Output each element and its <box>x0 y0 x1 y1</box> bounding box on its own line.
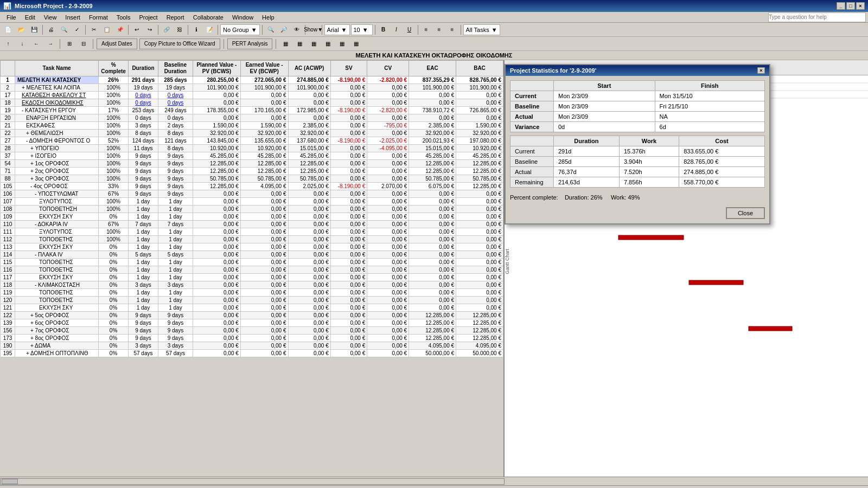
minimize-button[interactable]: _ <box>837 2 845 10</box>
tb2-chart1[interactable]: ▦ <box>279 38 291 50</box>
table-row[interactable]: 54 + 1ος ΟΡΟΦΟΣ 100% 9 days 9 days 12.28… <box>1 160 503 168</box>
link-btn[interactable]: 🔗 <box>161 24 173 36</box>
table-row[interactable]: 108 ΤΟΠΟΘΕΤΗΣΗ 100% 1 day 1 day 0,00 € 0… <box>1 206 503 213</box>
tb2-chart3[interactable]: ▦ <box>308 38 320 50</box>
table-row[interactable]: 20 ΕΝΑΡΞΗ ΕΡΓΑΣΙΩΝ 100% 0 days 0 days 0,… <box>1 114 503 122</box>
table-row[interactable]: 156 + 7ος ΟΡΟΦΟΣ 0% 9 days 9 days 0,00 €… <box>1 327 503 335</box>
menu-report[interactable]: Report <box>162 13 189 22</box>
table-row[interactable]: 21 ΕΚΣΚΑΦΕΣ 100% 3 days 2 days 1.590,00 … <box>1 122 503 130</box>
tb2-chart5[interactable]: ▦ <box>336 38 348 50</box>
task-info-btn[interactable]: ℹ <box>190 24 202 36</box>
font-size-dropdown[interactable]: 10▼ <box>351 24 373 35</box>
table-row[interactable]: 118 - ΚΛΙΜΑΚΟΣΤΑΣΗ 0% 3 days 3 days 0,00… <box>1 281 503 289</box>
menu-file[interactable]: File <box>2 13 21 22</box>
table-row[interactable]: 120 ΤΟΠΟΘΕΤΗΣ 0% 1 day 1 day 0,00 € 0,00… <box>1 297 503 304</box>
table-row[interactable]: 27 - ΔΟΜΗΣΗ ΦΕΡΟΝΤΟΣ Ο 52% 124 days 121 … <box>1 137 503 145</box>
table-row[interactable]: 1 ΜΕΛΕΤΗ ΚΑΙ ΚΑΤΑΣΚΕΥ 26% 291 days 285 d… <box>1 76 503 84</box>
dialog-close-button[interactable]: Close <box>726 207 765 219</box>
undo-btn[interactable]: ↩ <box>131 24 143 36</box>
table-row[interactable]: 139 + 6ος ΟΡΟΦΟΣ 0% 9 days 9 days 0,00 €… <box>1 319 503 327</box>
preview-btn[interactable]: 🔍 <box>58 24 70 36</box>
table-row[interactable]: 105 - 4ος ΟΡΟΦΟΣ 33% 9 days 9 days 12.28… <box>1 183 503 190</box>
zoom-in-btn[interactable]: 🔍 <box>265 24 277 36</box>
table-row[interactable]: 28 + ΥΠΟΓΕΙΟ 100% 11 days 8 days 10.920,… <box>1 145 503 152</box>
h-scrollbar-thumb[interactable] <box>2 479 18 484</box>
table-row[interactable]: 116 ΤΟΠΟΘΕΤΗΣ 0% 1 day 1 day 0,00 € 0,00… <box>1 266 503 274</box>
new-btn[interactable]: 📄 <box>2 24 14 36</box>
tb2-chart6[interactable]: ▦ <box>350 38 362 50</box>
font-name-dropdown[interactable]: Arial▼ <box>324 24 350 35</box>
tb2-btn5[interactable]: ⊞ <box>63 38 75 50</box>
tb2-chart4[interactable]: ▦ <box>322 38 334 50</box>
table-row[interactable]: 190 + ΔΩΜΑ 0% 3 days 3 days 0,00 € 0,00 … <box>1 342 503 350</box>
tb2-btn1[interactable]: ↑ <box>2 38 14 50</box>
h-scrollbar[interactable] <box>0 478 505 485</box>
table-row[interactable]: 88 + 3ος ΟΡΟΦΟΣ 100% 9 days 9 days 50.78… <box>1 175 503 183</box>
table-row[interactable]: 113 ΕΚΧΥΣΗ ΣΚΥ 0% 1 day 1 day 0,00 € 0,0… <box>1 243 503 251</box>
table-row[interactable]: 107 ΞΥΛΟΤΥΠΟΣ 100% 1 day 1 day 0,00 € 0,… <box>1 198 503 206</box>
table-row[interactable]: 109 ΕΚΧΥΣΗ ΣΚΥ 0% 1 day 1 day 0,00 € 0,0… <box>1 213 503 221</box>
pert-analysis-btn[interactable]: PERT Analysis <box>227 38 273 49</box>
menu-project[interactable]: Project <box>135 13 162 22</box>
table-row[interactable]: 112 ΤΟΠΟΘΕΤΗΣ 100% 1 day 1 day 0,00 € 0,… <box>1 236 503 243</box>
table-row[interactable]: 2 + ΜΕΛΕΤΕΣ ΚΑΙ ΛΟΙΠΑ 100% 19 days 19 da… <box>1 84 503 92</box>
table-row[interactable]: 121 ΕΚΧΥΣΗ ΣΚΥ 0% 1 day 1 day 0,00 € 0,0… <box>1 304 503 312</box>
open-btn[interactable]: 📂 <box>15 24 27 36</box>
menu-format[interactable]: Format <box>85 13 112 22</box>
cut-btn[interactable]: ✂ <box>88 24 100 36</box>
print-btn[interactable]: 🖨 <box>45 24 57 36</box>
table-row[interactable]: 173 + 8ος ΟΡΟΦΟΣ 0% 9 days 9 days 0,00 €… <box>1 335 503 342</box>
table-row[interactable]: 111 ΞΥΛΟΤΥΠΟΣ 100% 1 day 1 day 0,00 € 0,… <box>1 228 503 236</box>
underline-btn[interactable]: U <box>404 24 416 36</box>
table-row[interactable]: 71 + 2ος ΟΡΟΦΟΣ 100% 9 days 9 days 12.28… <box>1 168 503 175</box>
unlink-btn[interactable]: ⛓ <box>174 24 186 36</box>
italic-btn[interactable]: I <box>391 24 403 36</box>
scrollbar-area[interactable] <box>0 477 868 485</box>
all-tasks-dropdown[interactable]: All Tasks▼ <box>463 24 500 35</box>
tb2-chart2[interactable]: ▦ <box>293 38 305 50</box>
table-row[interactable]: 18 ΕΚΔΟΣΗ ΟΙΚΟΔΟΜΙΚΗΣ 100% 0 days 0 days… <box>1 99 503 107</box>
save-btn[interactable]: 💾 <box>28 24 40 36</box>
menu-collaborate[interactable]: Collaborate <box>189 13 228 22</box>
align-center-btn[interactable]: ≡ <box>433 24 445 36</box>
table-row[interactable]: 115 ΤΟΠΟΘΕΤΗΣ 0% 1 day 1 day 0,00 € 0,00… <box>1 259 503 266</box>
paste-btn[interactable]: 📌 <box>114 24 126 36</box>
table-row[interactable]: 37 + ΙΣΟΓΕΙΟ 100% 9 days 9 days 45.285,0… <box>1 152 503 160</box>
menu-help[interactable]: Help <box>258 13 279 22</box>
close-button[interactable]: × <box>856 2 865 10</box>
no-group-dropdown[interactable]: No Group ▼ <box>220 24 260 35</box>
table-row[interactable]: 122 + 5ος ΟΡΟΦΟΣ 0% 9 days 9 days 0,00 €… <box>1 312 503 319</box>
tb2-btn3[interactable]: ← <box>30 38 42 50</box>
table-row[interactable]: 22 + ΘΕΜΕΛΙΩΣΗ 100% 8 days 8 days 32.920… <box>1 130 503 137</box>
table-row[interactable]: 119 ΤΟΠΟΘΕΤΗΣ 0% 1 day 1 day 0,00 € 0,00… <box>1 289 503 297</box>
table-row[interactable]: 195 + ΔΟΜΗΣΗ ΟΠΤΟΠΛΙΝΘ 0% 57 days 57 day… <box>1 350 503 357</box>
align-right-btn[interactable]: ≡ <box>446 24 458 36</box>
show-dropdown-btn[interactable]: Show▼ <box>308 24 320 36</box>
redo-btn[interactable]: ↪ <box>144 24 156 36</box>
table-row[interactable]: 110 - ΔΟΚΑΡΙΑ IV 67% 7 days 7 days 0,00 … <box>1 221 503 228</box>
table-row[interactable]: 106 - ΥΠΟΣΤΥΛΩΜΑΤ 67% 9 days 9 days 0,00… <box>1 190 503 198</box>
project-stats-dialog[interactable]: Project Statistics for '2-9-2009' × Star… <box>505 64 770 224</box>
align-left-btn[interactable]: ≡ <box>420 24 432 36</box>
copy-picture-btn[interactable]: Copy Picture to Office Wizard <box>139 38 220 49</box>
dialog-close-icon[interactable]: × <box>757 67 765 74</box>
notes-btn[interactable]: 📝 <box>203 24 215 36</box>
menu-tools[interactable]: Tools <box>112 13 135 22</box>
help-search[interactable] <box>768 12 866 22</box>
maximize-button[interactable]: □ <box>846 2 855 10</box>
tb2-btn6[interactable]: ⊟ <box>78 38 90 50</box>
menu-insert[interactable]: Insert <box>61 13 85 22</box>
table-row[interactable]: 114 - ΠΛΑΚΑ IV 0% 5 days 5 days 0,00 € 0… <box>1 251 503 259</box>
spell-btn[interactable]: ✓ <box>71 24 83 36</box>
menu-edit[interactable]: Edit <box>21 13 40 22</box>
table-row[interactable]: 117 ΕΚΧΥΣΗ ΣΚΥ 0% 1 day 1 day 0,00 € 0,0… <box>1 274 503 281</box>
table-row[interactable]: 17 ΚΑΤΑΘΕΣΗ ΦΑΚΕΛΟΥ ΣΤ 100% 0 days 0 day… <box>1 92 503 99</box>
tb2-btn2[interactable]: ↓ <box>16 38 28 50</box>
table-row[interactable]: 19 - ΚΑΤΑΣΚΕΥΗ ΕΡΓΟΥ 17% 253 days 249 da… <box>1 107 503 114</box>
menu-window[interactable]: Window <box>228 13 258 22</box>
menu-view[interactable]: View <box>40 13 61 22</box>
tb2-btn4[interactable]: → <box>44 38 56 50</box>
show-btn[interactable]: 👁 <box>291 24 303 36</box>
bold-btn[interactable]: B <box>378 24 390 36</box>
adjust-dates-btn[interactable]: Adjust Dates <box>97 38 137 49</box>
